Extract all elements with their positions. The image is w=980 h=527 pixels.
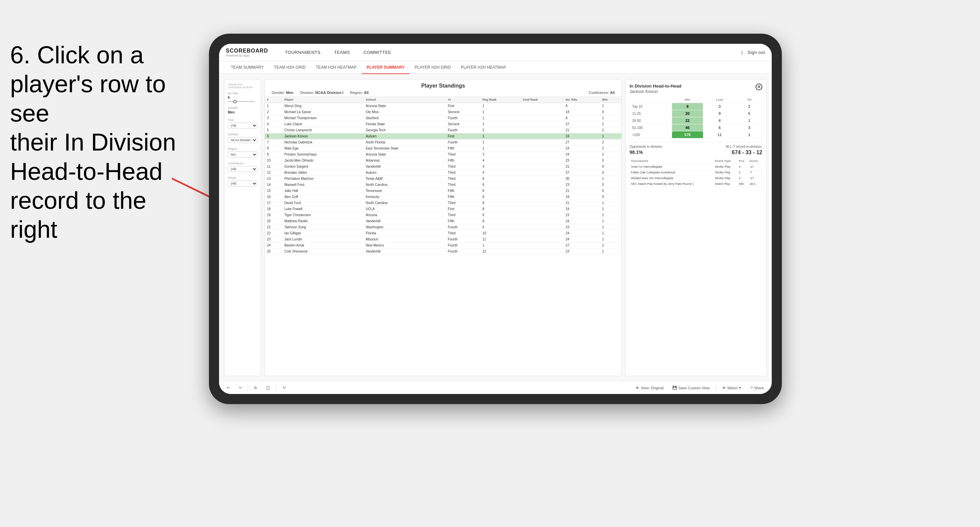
cell-no-rds: 23 [563,212,600,218]
nav-teams[interactable]: TEAMS [327,44,356,61]
region-select[interactable]: N/A [228,152,258,157]
col-no-rds: No. Rds. [563,97,600,103]
cell-school: Vanderbilt [364,163,446,170]
cell-win: 1 [600,133,621,140]
player-select[interactable]: (All) [228,181,258,187]
table-row[interactable]: 16 Alex Goff Kentucky Fifth 8 19 0 [265,194,621,200]
table-row[interactable]: 23 Jack Lundin Missouri Fourth 11 24 1 [265,237,621,243]
cell-reg-rank: 12 [480,249,521,255]
cell-reg-rank: 8 [480,218,521,224]
tournament-name: Amer Ari Intercollegiate [630,164,714,170]
cell-conf-rank [521,140,563,146]
undo-button[interactable]: ↩ [224,384,232,391]
tab-player-summary[interactable]: PLAYER SUMMARY [361,61,409,74]
cell-reg-rank: 1 [480,243,521,249]
tab-team-summary[interactable]: TEAM SUMMARY [226,61,269,74]
nav-tournaments[interactable]: TOURNAMENTS [278,44,328,61]
table-row[interactable]: 24 Bastien Amat New Mexico Fourth 1 27 2 [265,243,621,249]
refresh-button[interactable]: ↻ [280,384,288,391]
tournament-row[interactable]: SEC Match Play hosted by Jerry Pate Roun… [630,181,762,187]
cell-conf-rank [521,218,563,224]
tab-player-h2h-grid[interactable]: PLAYER H2H GRID [409,61,456,74]
cell-no-rds: 24 [563,152,600,157]
table-row[interactable]: 12 Brendan Valles Auburn Third 4 27 0 [265,170,621,176]
sign-out-button[interactable]: Sign out [748,44,765,61]
table-row[interactable]: 8 Mats Ege East Tennessee State Fifth 1 … [265,146,621,152]
table-row[interactable]: 17 David Ford North Carolina Third 8 21 … [265,200,621,206]
conference-select[interactable]: (All) [228,166,258,172]
table-row[interactable]: 21 Taehoon Song Washington Fourth 6 23 1 [265,224,621,230]
cell-player: Tiger Christensen [282,212,364,218]
table-row[interactable]: 15 Jake Hall Tennessee Fifth 6 21 0 [265,188,621,194]
cell-rank: 19 [265,212,282,218]
cell-win: 1 [600,103,621,109]
table-row[interactable]: 10 Jacob-Mev Olmedo Arkansas Fifth 4 23 … [265,157,621,163]
table-row[interactable]: 19 Tiger Christensen Arizona Third 8 23 … [265,212,621,218]
h2h-range: 11-25 [630,110,672,117]
division-select[interactable]: NCAA Division I [228,137,258,143]
save-custom-view-button[interactable]: 💾 Save Custom View [670,384,713,391]
table-row[interactable]: 18 Luke Powell UCLA First 8 24 1 [265,206,621,212]
cell-no-rds: 23 [563,182,600,188]
copy-icon: ⧉ [254,386,257,390]
table-row[interactable]: 9 Preston Summerhays Arizona State Third… [265,152,621,157]
table-row[interactable]: 6 Jackson Koivun Auburn First 1 24 1 [265,133,621,140]
cell-no-rds: 21 [563,200,600,206]
tournament-row[interactable]: Amer Ari Intercollegiate Stroke Play 4 -… [630,164,762,170]
h2h-close-button[interactable]: ✕ [756,84,762,90]
h2h-row: 51-100 46 6 3 [630,124,762,131]
tournament-row[interactable]: Fallen Oak Collegiate Invitational Strok… [630,170,762,175]
tournament-pos: 2 [737,170,748,175]
h2h-tie: 1 [737,117,762,124]
player-label: Player [228,176,258,179]
view-original-button[interactable]: 👁 View: Original [633,385,666,391]
cell-win: 1 [600,218,621,224]
table-row[interactable]: 3 Michael Thorbjornsen Stanford Fourth 1… [265,115,621,121]
tab-team-h2h-heatmap[interactable]: TEAM H2H HEATMAP [311,61,361,74]
cell-no-rds: 23 [563,249,600,255]
save-label: Save Custom View [678,386,710,390]
table-row[interactable]: 1 Wenyi Ding Arizona State First 1 8 1 [265,103,621,109]
copy-button[interactable]: ⧉ [251,384,259,391]
gender-filter: Gender Men [228,106,258,114]
table-row[interactable]: 5 Christo Lamprecht Georgia Tech Fourth … [265,127,621,133]
toolbar-separator-1 [248,384,248,391]
table-row[interactable]: 7 Nicholas Gabrelcik North Florida Fourt… [265,140,621,146]
cell-win: 2 [600,127,621,133]
no-rds-slider[interactable] [228,101,255,102]
redo-button[interactable]: ↪ [236,384,244,391]
toolbar-separator-2 [276,384,277,391]
cell-player: Jake Hall [282,188,364,194]
cell-win: 2 [600,243,621,249]
table-row[interactable]: 14 Maxwell Ford North Carolina Third 6 2… [265,182,621,188]
table-row[interactable]: 25 Cole Sherwood Vanderbilt Fourth 12 23… [265,249,621,255]
table-row[interactable]: 13 Phichakon Maichon Texas A&M Third 6 3… [265,176,621,182]
h2h-row: >100 578 11 1 [630,131,762,138]
cell-conf-rank [521,170,563,176]
cell-player: Jackson Koivun [282,133,364,140]
update-time: Update time: 27/03/2024 16:56:26 [228,83,258,89]
table-row[interactable]: 4 Luke Claton Florida State Second 1 27 … [265,121,621,127]
cell-player: Alex Goff [282,194,364,200]
nav-committee[interactable]: COMMITTEE [357,44,398,61]
cell-yr: First [446,206,480,212]
table-row[interactable]: 11 Gordon Sargent Vanderbilt Third 4 21 … [265,163,621,170]
cell-player: Mats Ege [282,146,364,152]
table-row[interactable]: 20 Matthew Riedel Vanderbilt Fifth 8 24 … [265,218,621,224]
main-content: Update time: 27/03/2024 16:56:26 No Rds.… [219,74,772,381]
table-row[interactable]: 2 Michael La Sasse Ole Miss Second 1 18 … [265,109,621,115]
cell-reg-rank: 1 [480,115,521,121]
no-rds-value: 6 [228,96,258,99]
table-row[interactable]: 22 Ian Gilligan Florida Third 10 24 1 [265,230,621,237]
watch-button[interactable]: 👁 Watch ▾ [719,384,744,391]
cell-yr: Fifth [446,218,480,224]
cell-no-rds: 24 [563,133,600,140]
share-button[interactable]: ↗ Share [747,384,767,391]
paste-button[interactable]: 📋 [263,384,273,391]
tab-team-h2h-grid[interactable]: TEAM H2H GRID [269,61,311,74]
cell-conf-rank [521,127,563,133]
year-select[interactable]: (All) [228,122,258,129]
cell-school: Florida State [364,121,446,127]
tab-player-h2h-heatmap[interactable]: PLAYER H2H HEATMAP [456,61,511,74]
tournament-row[interactable]: Mirabel Maui Jim Intercollegiate Stroke … [630,175,762,181]
